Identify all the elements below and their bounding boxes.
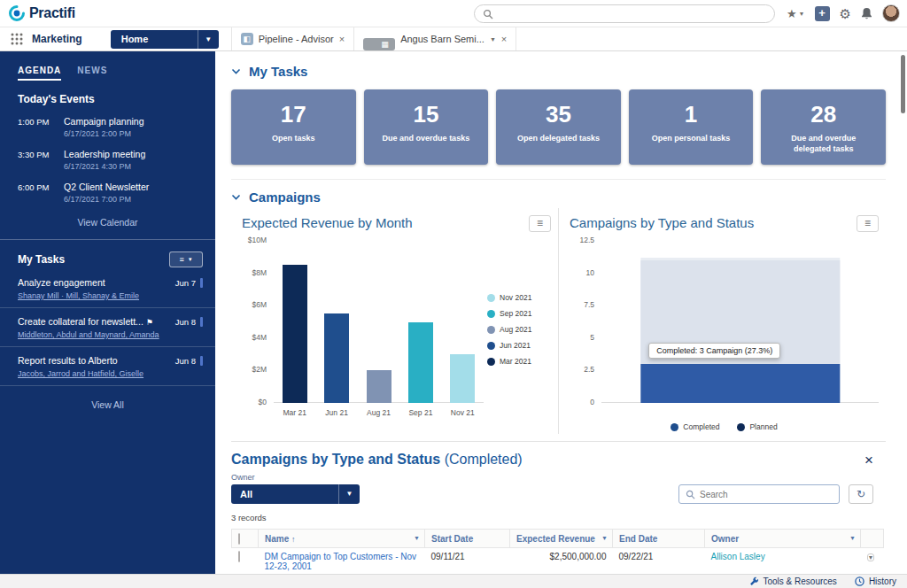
stat-value: 28 [761,101,886,128]
table-search-box[interactable] [678,484,840,504]
chevron-down-icon[interactable]: ▼ [198,30,219,49]
chevron-down-icon[interactable]: ▼ [601,535,608,541]
chevron-down-icon[interactable]: ▼ [414,535,420,541]
legend-item[interactable]: Mar 2021 [487,357,551,366]
revenue-bar-column[interactable]: Mar 21 [274,241,315,418]
event-item[interactable]: 6:00 PM Q2 Client Newsletter 6/17/2021 7… [0,182,215,204]
stat-card-open-delegated[interactable]: 35 Open delegated tasks [496,89,621,165]
bar[interactable] [324,313,349,403]
event-time: 1:00 PM [18,116,55,138]
revenue-bar-column[interactable]: Jun 21 [315,241,357,418]
bar[interactable] [367,370,391,403]
x-tick-label: Nov 21 [442,408,484,417]
bar[interactable] [450,354,475,403]
column-header-expected-revenue[interactable]: Expected Revenue ▼ [510,530,613,548]
chevron-down-icon[interactable]: ▼ [849,535,856,541]
home-nav-tab[interactable]: Home ▼ [111,30,219,49]
top-bar: Practifi ★ ▼ + ⚙ [0,0,907,27]
y-tick-label: 12.5 [579,236,594,244]
stat-card-due-overdue[interactable]: 15 Due and overdue tasks [364,89,489,165]
checkbox[interactable] [238,533,240,545]
view-calendar-link[interactable]: View Calendar [0,217,215,228]
event-item[interactable]: 1:00 PM Campaign planning 6/17/2021 2:00… [0,116,215,138]
wrench-icon [749,576,759,586]
stat-value: 17 [231,101,356,128]
user-avatar[interactable] [882,4,900,22]
campaigns-section-header[interactable]: Campaigns [231,190,886,205]
chart-menu-icon[interactable]: ≡ [529,215,551,232]
events-section-title: Today's Events [0,93,215,105]
section-title: Campaigns [249,190,321,205]
table-search-input[interactable] [700,490,833,499]
practifi-logo[interactable]: Practifi [9,5,75,21]
stat-card-open-tasks[interactable]: 17 Open tasks [231,89,356,165]
legend-item[interactable]: Aug 2021 [487,325,551,334]
scrollbar-thumb[interactable] [901,55,905,113]
practifi-logo-icon [9,5,25,21]
favorites-button[interactable]: ★ ▼ [787,8,805,19]
legend-item[interactable]: Planned [737,422,777,431]
chevron-down-icon[interactable]: ▼ [490,36,496,43]
column-header-start-date[interactable]: Start Date [425,530,510,548]
bell-icon[interactable] [861,7,872,19]
select-all-header[interactable] [232,530,259,548]
tab-news[interactable]: NEWS [77,66,107,81]
global-actions-button[interactable]: + [815,6,830,21]
refresh-button[interactable]: ↻ [849,484,873,504]
task-related-links[interactable]: Shanay Mill · Mill, Shanay & Emile [18,291,203,300]
y-tick-label: $4M [252,333,267,342]
collapse-chevron-icon[interactable] [231,194,241,200]
completed-segment[interactable] [640,364,840,403]
legend-item[interactable]: Nov 2021 [487,293,551,302]
sidebar-task-item[interactable]: Report results to Alberto Jun 8 Jacobs, … [0,347,215,386]
legend-item[interactable]: Completed [671,422,719,431]
tab-agenda[interactable]: AGENDA [18,66,61,81]
campaign-name-link[interactable]: DM Campaign to Top Customers - Nov 12-23… [265,552,417,571]
stat-card-due-overdue-delegated[interactable]: 28 Due and overdue delegated tasks [761,89,886,165]
end-date-cell: 09/22/21 [613,548,705,575]
close-icon[interactable]: × [864,453,873,468]
task-related-links[interactable]: Jacobs, Jarrod and Hatfield, Giselle [18,369,203,378]
stat-card-open-personal[interactable]: 1 Open personal tasks [629,89,754,165]
checkbox[interactable] [238,551,240,562]
sidebar-task-item[interactable]: Analyze engagement Jun 7 Shanay Mill · M… [0,269,215,308]
global-search-input[interactable] [499,9,766,19]
app-launcher-icon[interactable] [11,33,23,45]
tab-pipeline-advisor[interactable]: ◧ Pipeline - Advisor × [231,27,354,50]
legend-item[interactable]: Jun 2021 [487,341,551,350]
column-header-end-date[interactable]: End Date [613,530,705,548]
event-item[interactable]: 3:30 PM Leadership meeting 6/17/2021 4:3… [0,149,215,171]
chart-menu-icon[interactable]: ≡ [857,215,879,232]
column-header-name[interactable]: Name ↑ ▼ [259,530,425,548]
task-related-links[interactable]: Middleton, Abdul and Maynard, Amanda [18,330,203,339]
bar[interactable] [283,265,307,403]
owner-link[interactable]: Allison Lasley [711,552,765,561]
close-icon[interactable]: × [339,34,345,44]
revenue-bar-column[interactable]: Aug 21 [358,241,399,418]
tab-angus-barn[interactable]: ▦ Angus Barn Semi... ▼ × [354,27,516,50]
y-tick-label: 7.5 [584,300,594,309]
my-tasks-section-header[interactable]: My Tasks [231,64,886,79]
bar[interactable] [408,322,433,404]
sidebar-task-item[interactable]: Create collateral for newslett... ⚑ Jun … [0,308,215,347]
owner-filter-select[interactable]: All ▼ [231,484,360,504]
column-header-owner[interactable]: Owner ▼ [705,530,861,548]
revenue-bar-column[interactable]: Nov 21 [442,241,484,418]
tab-label: Angus Barn Semi... [400,34,485,44]
gear-icon[interactable]: ⚙ [840,7,851,20]
view-all-link[interactable]: View All [0,399,215,410]
revenue-bar-column[interactable]: Sep 21 [399,241,441,418]
tools-resources-button[interactable]: Tools & Resources [749,576,837,586]
tools-resources-label: Tools & Resources [764,576,837,586]
collapse-chevron-icon[interactable] [231,68,241,74]
global-search[interactable] [474,4,775,23]
row-actions-button[interactable]: ▼ [867,553,875,561]
history-button[interactable]: History [855,576,896,586]
table-header-row: Name ↑ ▼ Start Date Expected Revenue ▼ E… [232,530,884,548]
tasks-filter-button[interactable]: ≡ ▼ [169,251,203,267]
close-icon[interactable]: × [501,34,507,44]
legend-item[interactable]: Sep 2021 [487,309,551,318]
table-row[interactable]: DM Campaign to Top Customers - Nov 12-23… [232,548,884,575]
sort-asc-icon: ↑ [291,535,296,544]
x-tick-label: Mar 21 [274,408,315,417]
